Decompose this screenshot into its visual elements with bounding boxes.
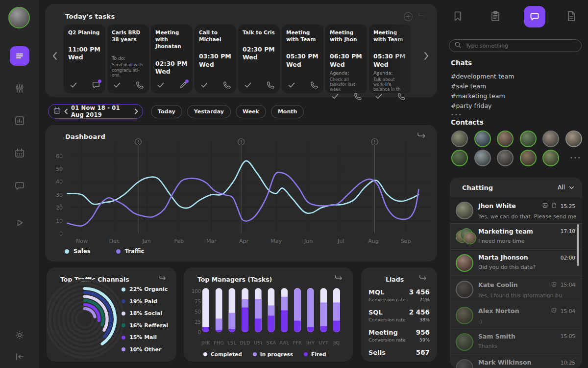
contact-avatar[interactable] xyxy=(497,131,514,147)
tasks-prev-button[interactable] xyxy=(52,51,62,62)
calendar-icon xyxy=(53,106,61,117)
open-tasks-arrow-icon[interactable] xyxy=(417,11,427,22)
phone-icon[interactable] xyxy=(310,80,318,89)
range-prev-icon[interactable] xyxy=(64,107,68,116)
contact-avatar[interactable] xyxy=(565,131,582,147)
date-range-picker[interactable]: 01 Now 18 - 01 Aug 2019 xyxy=(48,104,143,119)
right-sidebar: Chats #development team#sale team#market… xyxy=(443,0,588,368)
chat-channel[interactable]: #marketing team xyxy=(451,91,514,101)
svg-text:Jun: Jun xyxy=(304,238,313,244)
contact-avatar[interactable] xyxy=(542,150,559,166)
contact-avatar[interactable] xyxy=(542,131,559,147)
check-icon[interactable] xyxy=(244,80,252,89)
contacts-more[interactable]: ••• xyxy=(570,155,582,160)
bar-FHG xyxy=(216,288,222,332)
check-icon[interactable] xyxy=(374,92,383,101)
sidebar-item-tasks-active[interactable] xyxy=(10,46,29,66)
svg-text:!: ! xyxy=(374,140,376,145)
chat-scrollbar[interactable] xyxy=(577,224,579,266)
brightness-icon[interactable] xyxy=(14,329,25,341)
contact-avatar[interactable] xyxy=(451,150,468,166)
legend-item: Traffic xyxy=(116,248,145,255)
stats-icon[interactable] xyxy=(14,115,25,127)
chat-bubble-icon[interactable] xyxy=(92,80,100,89)
app-root: Today's tasks + Q2 Planing 11:00 PM Wed xyxy=(0,0,588,368)
message-row[interactable]: Jhon White 15:25 Yes, we xyxy=(450,197,582,224)
message-row[interactable]: Sam Smith 15:05 Thanks xyxy=(450,329,582,355)
range-button[interactable]: Month xyxy=(271,105,304,118)
contact-avatar[interactable] xyxy=(451,131,468,147)
chat-channel[interactable]: #sale team xyxy=(451,81,514,91)
phone-icon[interactable] xyxy=(266,80,275,89)
collapse-icon[interactable] xyxy=(14,351,25,363)
leads-row: Sells 567 xyxy=(368,348,430,356)
task-card[interactable]: Meeting with Jhonatan 02:30 PM Wed xyxy=(151,25,193,93)
image-attachment-icon xyxy=(551,280,557,289)
task-card[interactable]: Call to Michael 03:30 PM Wed xyxy=(195,25,236,93)
contact-avatar[interactable] xyxy=(474,131,491,147)
group-avatar xyxy=(456,228,473,246)
chat-filter-dropdown[interactable]: All xyxy=(558,184,574,191)
chat-icon[interactable] xyxy=(14,180,25,192)
task-card[interactable]: Q2 Planing 11:00 PM Wed xyxy=(64,25,105,93)
play-icon[interactable] xyxy=(14,217,25,229)
check-icon[interactable] xyxy=(113,80,122,89)
leads-row: Meeting 956 Conversion rate 59% xyxy=(368,328,430,342)
svg-text:Dec: Dec xyxy=(109,238,119,244)
bookmark-icon[interactable] xyxy=(451,9,466,24)
file-icon[interactable] xyxy=(565,9,580,24)
message-row[interactable]: Mark Wilkinson 10:25 xyxy=(450,355,582,368)
task-card[interactable]: Meeting with Jhon 06:30 PM Wed Agenda: C… xyxy=(325,25,367,93)
chat-channel[interactable]: #development team xyxy=(451,72,514,81)
task-card[interactable]: Meeting with Team 05:30 PM Wed xyxy=(282,25,323,93)
open-leads-arrow-icon[interactable] xyxy=(418,274,427,284)
message-row[interactable]: Marta Jhonson 02:00 Did y xyxy=(450,250,582,276)
range-next-icon[interactable] xyxy=(134,107,138,116)
search-input[interactable] xyxy=(466,43,576,49)
svg-text:!: ! xyxy=(240,140,242,145)
range-button[interactable]: Week xyxy=(236,105,266,118)
chart-marker: ! xyxy=(135,139,142,234)
range-button[interactable]: Yestarday xyxy=(187,105,231,118)
task-card[interactable]: Meeting with Team 05:30 PM Wed Agenda: T… xyxy=(369,25,411,93)
contact-avatar[interactable] xyxy=(497,150,514,166)
phone-icon[interactable] xyxy=(397,92,406,101)
task-card[interactable]: Carls BRD 38 years To do: Send mail with… xyxy=(107,25,149,93)
svg-text:40: 40 xyxy=(56,179,63,185)
leads-panel: Liads MQL 3 456 Conversion rate 71% xyxy=(361,267,437,362)
tasks-next-button[interactable] xyxy=(423,51,433,62)
message-row[interactable]: Marketing team 17:10 I ne xyxy=(450,224,582,250)
message-row[interactable]: Alex Norton 15:04 :) xyxy=(450,302,582,329)
check-icon[interactable] xyxy=(287,80,296,89)
task-card[interactable]: Talk to Cris 02:30 PM Wed xyxy=(238,25,280,93)
contact-avatar[interactable] xyxy=(520,150,537,166)
chat-channel[interactable]: #party friday xyxy=(451,101,514,111)
legend-item: 19% Paid xyxy=(122,298,168,305)
task-time: 11:00 PM Wed xyxy=(68,46,101,62)
check-icon[interactable] xyxy=(331,92,340,101)
phone-icon[interactable] xyxy=(353,92,362,101)
check-icon[interactable] xyxy=(200,80,209,89)
phone-icon[interactable] xyxy=(222,80,231,89)
check-icon[interactable] xyxy=(69,80,78,89)
chat-icon-active[interactable] xyxy=(524,6,545,27)
top-managers-panel: Top Managers (Tasks) 0255075100JHKFHGLSL… xyxy=(184,267,353,362)
phone-icon[interactable] xyxy=(135,80,144,89)
range-buttons: TodayYestardayWeekMonth xyxy=(151,105,304,118)
bar-DLD xyxy=(242,288,248,332)
clipboard-icon[interactable] xyxy=(489,9,504,24)
calendar-icon[interactable] xyxy=(14,147,25,159)
chats-more[interactable]: ••• xyxy=(451,112,463,117)
task-time: 05:30 PM Wed xyxy=(286,53,319,69)
sliders-icon[interactable] xyxy=(14,82,25,94)
check-icon[interactable] xyxy=(156,80,165,89)
user-avatar[interactable] xyxy=(8,7,30,28)
contact-avatar[interactable] xyxy=(520,131,537,147)
svg-text:10: 10 xyxy=(56,218,63,224)
message-row[interactable]: Kate Coolin 15:04 Yes, I xyxy=(450,276,582,303)
range-button[interactable]: Today xyxy=(151,105,182,118)
add-task-icon[interactable]: + xyxy=(404,12,413,21)
lead-rate: 59% xyxy=(419,337,430,342)
contact-avatar[interactable] xyxy=(474,150,491,166)
pencil-icon[interactable] xyxy=(179,80,188,89)
